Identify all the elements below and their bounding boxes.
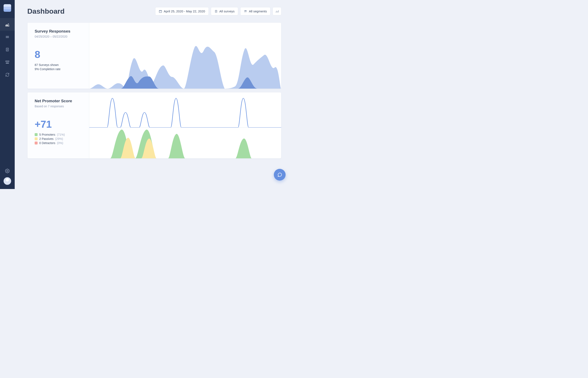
segments-filter-label: All segments (249, 9, 267, 13)
sidebar-item-dashboard[interactable] (0, 18, 15, 31)
sync-icon (5, 72, 10, 77)
card-nps: Net Promoter Score Based on 7 responses … (27, 92, 281, 159)
sidebar-item-settings[interactable] (0, 165, 15, 177)
toolbar: April 25, 2020 - May 22, 2020 All survey… (155, 7, 281, 15)
gear-icon (5, 169, 10, 173)
app-logo (4, 4, 11, 12)
card-subtitle: 04/25/2020 – 05/22/2020 (35, 35, 82, 38)
passives-pct: (29%) (55, 137, 63, 140)
nps-score: +71 (35, 119, 82, 130)
responses-chart (89, 23, 281, 89)
segments-filter-button[interactable]: All segments (240, 7, 270, 15)
card-title: Net Promoter Score (35, 99, 82, 103)
chat-button[interactable] (274, 169, 286, 181)
bump-green-4 (235, 139, 252, 158)
legend-detractors: 0 Detractors (0%) (35, 141, 82, 145)
chart-options-button[interactable] (273, 7, 281, 15)
nps-line (89, 98, 281, 127)
chart-icon (5, 22, 10, 27)
dot-promoters (35, 133, 38, 136)
sidebar (0, 0, 15, 189)
card-subtitle: Based on 7 responses (35, 105, 82, 108)
dot-passives (35, 137, 38, 140)
detractors-text: 0 Detractors (39, 141, 55, 145)
sidebar-item-sync[interactable] (0, 68, 15, 81)
svg-rect-5 (6, 61, 9, 62)
dot-detractors (35, 142, 38, 145)
svg-rect-3 (9, 26, 9, 26)
calendar-icon (159, 10, 162, 13)
segments-icon (5, 60, 10, 65)
responses-count: 8 (35, 49, 82, 60)
svg-rect-1 (7, 26, 7, 26)
svg-point-7 (7, 63, 8, 64)
avatar[interactable] (4, 177, 11, 185)
legend-promoters: 5 Promoters (71%) (35, 133, 82, 136)
completion-rate: 9% Completion rate (35, 68, 82, 71)
svg-point-14 (246, 11, 247, 11)
clipboard-icon (5, 47, 10, 52)
svg-rect-10 (159, 10, 162, 13)
area-shown (89, 46, 281, 89)
bars-icon (275, 10, 279, 13)
survey-icon (214, 10, 218, 13)
sidebar-item-surveys[interactable] (0, 43, 15, 56)
chat-icon (277, 172, 282, 177)
svg-point-13 (245, 11, 246, 11)
svg-point-6 (6, 63, 7, 64)
segments-btn-icon (244, 10, 247, 13)
legend-passives: 2 Passives (29%) (35, 137, 82, 140)
card-title: Survey Responses (35, 29, 82, 34)
surveys-filter-button[interactable]: All surveys (211, 7, 238, 15)
sidebar-item-segments[interactable] (0, 56, 15, 68)
header: Dashboard April 25, 2020 - May 22, 2020 … (27, 7, 281, 15)
nps-chart (89, 92, 281, 158)
page-title: Dashboard (27, 7, 65, 15)
detractors-pct: (0%) (57, 141, 63, 145)
bump-green-3 (168, 134, 185, 158)
card-nps-stats: Net Promoter Score Based on 7 responses … (27, 92, 89, 158)
svg-rect-2 (8, 26, 8, 26)
svg-point-12 (244, 11, 245, 11)
card-survey-responses: Survey Responses 04/25/2020 – 05/22/2020… (27, 23, 281, 89)
date-range-button[interactable]: April 25, 2020 - May 22, 2020 (155, 7, 209, 15)
promoters-pct: (71%) (57, 133, 65, 136)
sidebar-item-list[interactable] (0, 31, 15, 43)
surveys-shown: 87 Surveys shown (35, 63, 82, 67)
date-range-label: April 25, 2020 - May 22, 2020 (164, 9, 205, 13)
surveys-filter-label: All surveys (219, 9, 235, 13)
svg-point-9 (7, 170, 8, 172)
svg-rect-0 (6, 26, 6, 26)
svg-point-8 (8, 63, 9, 64)
main-content: Dashboard April 25, 2020 - May 22, 2020 … (15, 0, 294, 189)
card-survey-responses-stats: Survey Responses 04/25/2020 – 05/22/2020… (27, 23, 89, 89)
menu-icon (5, 35, 10, 39)
passives-text: 2 Passives (39, 137, 53, 140)
promoters-text: 5 Promoters (39, 133, 55, 136)
